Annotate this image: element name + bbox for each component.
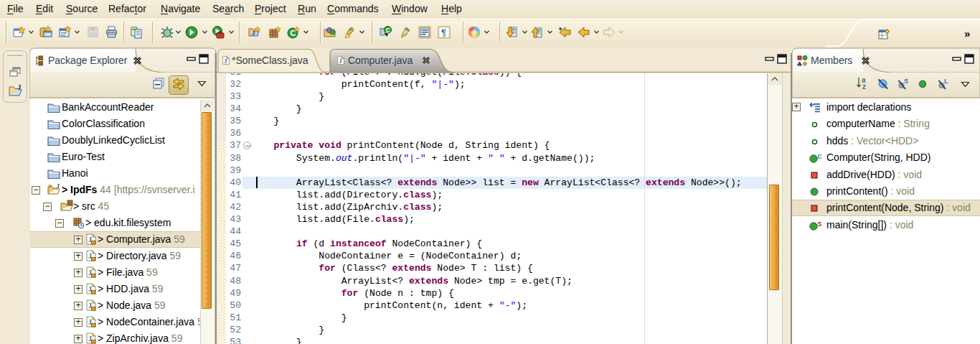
svg-text:z: z (862, 83, 866, 90)
svg-text:C: C (386, 27, 390, 34)
svg-text:J: J (339, 57, 342, 65)
svg-text:C: C (818, 154, 822, 160)
svg-text:¶: ¶ (441, 28, 446, 38)
svg-text:J: J (17, 83, 22, 91)
svg-text:J: J (224, 57, 227, 65)
svg-text:S: S (818, 221, 822, 228)
svg-text:S: S (904, 78, 908, 85)
svg-text:J: J (252, 29, 255, 37)
svg-text:L: L (944, 78, 948, 85)
svg-text:J: J (57, 183, 60, 190)
